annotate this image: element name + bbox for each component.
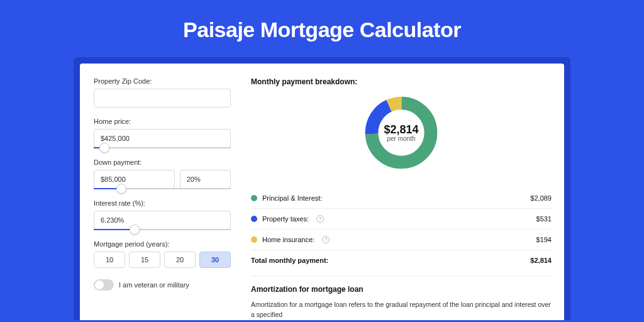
breakdown-line: Principal & Interest:$2,089	[251, 188, 552, 208]
down-payment-amount-input[interactable]	[94, 170, 175, 189]
interest-rate-input[interactable]	[94, 211, 231, 230]
zip-group: Property Zip Code:	[94, 77, 231, 108]
home-price-group: Home price:	[94, 118, 231, 148]
breakdown-line: Home insurance:?$194	[251, 229, 552, 250]
donut-sub: per month	[387, 135, 415, 142]
interest-rate-group: Interest rate (%):	[94, 199, 231, 230]
home-price-label: Home price:	[94, 118, 231, 125]
legend-dot-icon	[251, 195, 257, 201]
breakdown-item-value: $531	[536, 215, 552, 223]
home-price-slider-thumb[interactable]	[99, 143, 109, 153]
period-button-30[interactable]: 30	[199, 252, 231, 268]
veteran-toggle-knob	[95, 280, 104, 289]
home-price-input[interactable]	[94, 129, 231, 148]
breakdown-item-label: Property taxes:	[262, 215, 309, 223]
interest-rate-slider[interactable]	[94, 229, 231, 230]
donut-wrap: $2,814 per month	[251, 94, 552, 172]
down-payment-slider-thumb[interactable]	[116, 184, 126, 194]
home-price-slider[interactable]	[94, 147, 231, 148]
mortgage-period-options: 10152030	[94, 252, 231, 268]
mortgage-period-group: Mortgage period (years): 10152030	[94, 240, 231, 268]
breakdown-item-label: Principal & Interest:	[262, 194, 322, 202]
down-payment-slider[interactable]	[94, 188, 231, 189]
veteran-label: I am veteran or military	[119, 281, 189, 289]
breakdown-item-value: $2,089	[530, 194, 552, 202]
legend-dot-icon	[251, 216, 257, 222]
mortgage-period-label: Mortgage period (years):	[94, 240, 231, 248]
payment-donut-chart: $2,814 per month	[362, 94, 440, 172]
donut-center: $2,814 per month	[362, 94, 440, 172]
amortization-text: Amortization for a mortgage loan refers …	[251, 300, 552, 320]
info-icon[interactable]: ?	[316, 215, 324, 223]
period-button-15[interactable]: 15	[129, 252, 160, 268]
interest-rate-slider-thumb[interactable]	[130, 225, 140, 235]
donut-total: $2,814	[384, 123, 418, 136]
section-divider	[251, 275, 552, 276]
interest-rate-slider-fill	[94, 229, 135, 230]
veteran-row: I am veteran or military	[94, 279, 231, 291]
breakdown-item-value: $194	[536, 236, 552, 243]
breakdown-item-label: Home insurance:	[262, 236, 314, 243]
form-column: Property Zip Code: Home price: Down paym…	[80, 64, 243, 320]
breakdown-heading: Monthly payment breakdown:	[251, 77, 552, 86]
breakdown-column: Monthly payment breakdown: $2,814 per mo…	[243, 64, 564, 320]
info-icon[interactable]: ?	[322, 236, 330, 243]
zip-input[interactable]	[94, 89, 231, 108]
card-outer: Property Zip Code: Home price: Down paym…	[74, 57, 570, 320]
down-payment-group: Down payment:	[94, 158, 231, 189]
breakdown-line: Property taxes:?$531	[251, 208, 552, 229]
down-payment-percent-input[interactable]	[180, 170, 231, 189]
amortization-title: Amortization for mortgage loan	[251, 285, 552, 294]
breakdown-lines: Principal & Interest:$2,089Property taxe…	[251, 188, 552, 250]
period-button-10[interactable]: 10	[94, 252, 125, 268]
total-value: $2,814	[530, 257, 552, 264]
legend-dot-icon	[251, 236, 257, 243]
down-payment-label: Down payment:	[94, 158, 231, 166]
page-title: Paisaje Mortgage Calculator	[0, 0, 644, 57]
interest-rate-label: Interest rate (%):	[94, 199, 231, 207]
total-row: Total monthly payment: $2,814	[251, 250, 552, 270]
total-label: Total monthly payment:	[251, 257, 328, 264]
veteran-toggle[interactable]	[94, 279, 114, 291]
calculator-card: Property Zip Code: Home price: Down paym…	[80, 64, 564, 320]
period-button-20[interactable]: 20	[164, 252, 196, 268]
zip-label: Property Zip Code:	[94, 77, 231, 85]
